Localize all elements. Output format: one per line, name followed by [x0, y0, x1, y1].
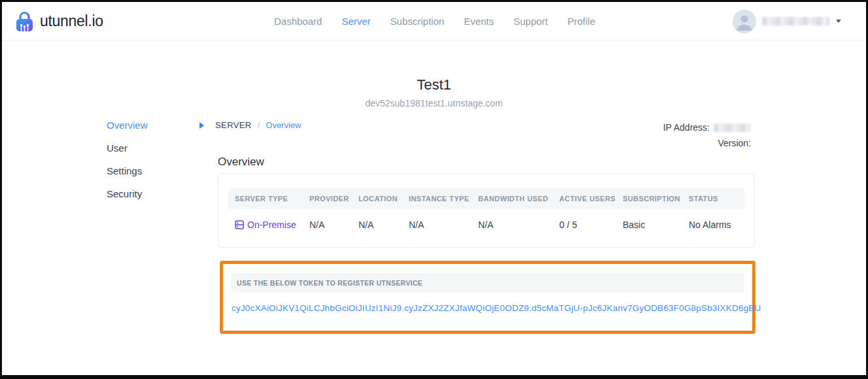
cell-subscription: Basic [623, 220, 689, 230]
col-location: LOCATION [358, 195, 409, 203]
sidebar-item-settings[interactable]: Settings [107, 165, 148, 176]
col-active-users: ACTIVE USERS [559, 195, 623, 203]
server-meta: IP Address: Version: [663, 120, 751, 151]
table-row: On-Premise N/A N/A N/A N/A 0 / 5 Basic N… [228, 214, 744, 235]
cell-provider: N/A [309, 220, 358, 230]
token-label-strip: USE THE BELOW TOKEN TO REGISTER UTNSERVI… [231, 273, 744, 293]
user-avatar [733, 10, 756, 33]
overview-section-heading: Overview [218, 156, 264, 169]
brand-logo[interactable]: utunnel.io [14, 2, 103, 41]
server-type-value: On-Premise [247, 220, 296, 230]
breadcrumb-arrow-icon [200, 122, 204, 129]
cell-active-users: 0 / 5 [559, 220, 623, 230]
breadcrumb-current[interactable]: Overview [266, 120, 301, 130]
cell-location: N/A [358, 220, 409, 230]
breadcrumb-section: SERVER [215, 120, 252, 130]
ip-address-line: IP Address: [663, 120, 751, 135]
top-navbar: utunnel.io Dashboard Server Subscription… [2, 2, 866, 41]
sidebar-item-user[interactable]: User [107, 142, 148, 154]
col-server-type: SERVER TYPE [235, 195, 309, 203]
version-line: Version: [663, 135, 751, 151]
col-status: STATUS [689, 195, 744, 203]
token-instruction-label: USE THE BELOW TOKEN TO REGISTER UTNSERVI… [237, 279, 423, 287]
token-panel-highlighted: USE THE BELOW TOKEN TO REGISTER UTNSERVI… [220, 261, 755, 334]
registration-token[interactable]: cyJ0cXAiOiJKV1QiLCJhbGciOiJIUzI1NiJ9.cyJ… [232, 303, 744, 313]
user-name-redacted [762, 17, 830, 25]
utunnel-lock-icon [14, 10, 35, 33]
ip-address-redacted [714, 124, 751, 132]
brand-name: utunnel.io [40, 12, 103, 30]
table-header-row: SERVER TYPE PROVIDER LOCATION INSTANCE T… [228, 188, 744, 209]
nav-subscription[interactable]: Subscription [391, 16, 445, 27]
sidebar-item-security[interactable]: Security [107, 188, 148, 199]
version-label: Version: [718, 135, 751, 151]
ip-address-label: IP Address: [663, 120, 710, 135]
cell-instance-type: N/A [409, 220, 478, 230]
sidebar-item-overview[interactable]: Overview [107, 120, 148, 131]
col-bandwidth-used: BANDWIDTH USED [478, 195, 559, 203]
server-domain: dev52sub1981test1.utnstage.com [2, 98, 866, 108]
col-provider: PROVIDER [309, 195, 358, 203]
col-subscription: SUBSCRIPTION [623, 195, 689, 203]
server-rack-icon [235, 220, 244, 229]
caret-down-icon [836, 20, 841, 23]
nav-dashboard[interactable]: Dashboard [274, 16, 322, 27]
user-account-menu[interactable] [733, 2, 841, 41]
nav-events[interactable]: Events [464, 16, 494, 27]
server-name-title: Test1 [2, 76, 866, 93]
app-window: utunnel.io Dashboard Server Subscription… [0, 0, 868, 379]
nav-server[interactable]: Server [341, 16, 370, 27]
cell-bandwidth-used: N/A [478, 220, 559, 230]
server-overview-card: SERVER TYPE PROVIDER LOCATION INSTANCE T… [218, 173, 755, 248]
breadcrumb: SERVER / Overview [200, 120, 301, 130]
nav-support[interactable]: Support [513, 16, 548, 27]
breadcrumb-separator: / [258, 120, 260, 130]
main-nav: Dashboard Server Subscription Events Sup… [274, 2, 595, 41]
nav-profile[interactable]: Profile [568, 16, 596, 27]
cell-server-type[interactable]: On-Premise [235, 220, 309, 230]
col-instance-type: INSTANCE TYPE [409, 195, 478, 203]
cell-status: No Alarms [689, 220, 744, 230]
server-sidebar: Overview User Settings Security [107, 120, 148, 199]
